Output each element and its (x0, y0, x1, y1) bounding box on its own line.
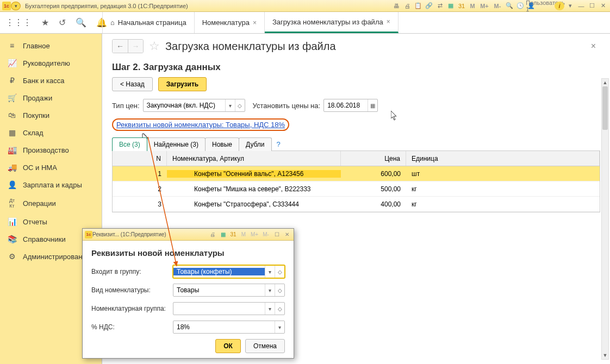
close-page-button[interactable]: × (591, 41, 600, 51)
close-button[interactable]: ✕ (283, 231, 291, 239)
history-icon[interactable]: ↺ (59, 17, 66, 28)
tab-found[interactable]: Найденные (3) (147, 137, 206, 151)
table-row[interactable]: 2 Конфеты "Мишка на севере", В222333 500… (113, 181, 600, 197)
table-row[interactable]: 1 Конфеты "Осенний вальс", А123456 600,0… (113, 166, 600, 181)
cell-name: Конфеты "Мишка на севере", В222333 (167, 185, 341, 193)
sidebar-item-warehouse[interactable]: ▦Склад (0, 124, 102, 141)
tab-duplicates[interactable]: Дубли (239, 137, 272, 151)
ok-button[interactable]: ОК (215, 339, 241, 353)
nomgroup-input[interactable] (173, 305, 265, 312)
dropdown-icon[interactable]: ▾ (225, 99, 235, 111)
requisites-link[interactable]: Реквизиты новой номенклатуры: Товары, НД… (112, 118, 289, 131)
mem-mplus-icon[interactable]: M+ (250, 231, 259, 239)
dropdown-icon[interactable]: ▾ (565, 2, 575, 10)
vat-input[interactable] (173, 323, 275, 331)
open-icon[interactable]: ◇ (235, 99, 245, 111)
compare-icon[interactable]: ⇄ (435, 2, 445, 10)
close-icon[interactable]: × (253, 19, 257, 27)
scroll-thumb[interactable] (602, 86, 608, 130)
cell-unit: шт (406, 170, 600, 178)
sidebar-item-assets[interactable]: 🚚ОС и НМА (0, 159, 102, 176)
grid-icon: ▦ (8, 128, 16, 137)
search-icon[interactable]: 🔍 (76, 17, 86, 28)
clock-icon[interactable]: 🕓 (515, 2, 525, 10)
dropdown-icon[interactable]: ▾ (265, 303, 275, 315)
sidebar-item-main[interactable]: ≡Главное (0, 37, 102, 54)
sidebar-item-bank[interactable]: ₽Банк и касса (0, 72, 102, 89)
favorite-star-icon[interactable]: ★ (41, 17, 49, 28)
bars-icon: 📊 (8, 217, 16, 226)
main-title-bar: 1c ▾ Бухгалтерия предприятия, редакция 3… (0, 0, 610, 12)
clipboard-icon[interactable]: 📋 (413, 2, 423, 10)
vertical-scrollbar[interactable]: ▲ ▼ (601, 78, 609, 360)
load-button[interactable]: Загрузить (158, 77, 207, 91)
app-logo-icon: 1c (2, 2, 11, 10)
close-icon[interactable]: × (387, 18, 390, 26)
print-icon[interactable]: 🖨 (402, 2, 412, 10)
nav-back-button[interactable]: ← (113, 40, 128, 53)
close-button[interactable]: ✕ (598, 2, 608, 10)
maximize-button[interactable]: ☐ (272, 231, 281, 239)
mem-m-icon[interactable]: M (239, 231, 248, 239)
calc-icon[interactable]: ▦ (446, 2, 456, 10)
tab-nomenclature[interactable]: Номенклатура × (195, 12, 265, 33)
date-combo[interactable]: ▦ (323, 99, 378, 112)
tab-load-nomenclature[interactable]: Загрузка номенклатуры из файла × (265, 12, 399, 33)
price-type-row: Тип цен: ▾ ◇ Установить цены на: ▦ (112, 99, 600, 112)
sidebar-item-operations[interactable]: ДтКтОперации (0, 193, 102, 213)
nav-forward-button[interactable]: → (128, 40, 143, 53)
field-nomgroup-row: Номенклатурная группа: ▾ ◇ (91, 302, 285, 315)
calc-icon[interactable]: ▦ (219, 231, 227, 239)
price-type-input[interactable] (144, 102, 225, 109)
table-tabs-row: Все (3) Найденные (3) Новые Дубли ? (112, 137, 600, 151)
favorite-star-icon[interactable]: ☆ (149, 39, 160, 53)
dropdown-icon[interactable]: ▾ (265, 284, 275, 296)
type-combo[interactable]: ▾ ◇ (173, 284, 285, 297)
print-icon[interactable]: 🖨 (208, 231, 217, 239)
help-icon[interactable]: ? (277, 140, 281, 148)
cancel-button[interactable]: Отмена (245, 339, 285, 353)
factory-icon: 🏭 (8, 146, 16, 154)
open-icon[interactable]: ◇ (275, 303, 284, 315)
maximize-button[interactable]: ☐ (587, 2, 597, 10)
minimize-button[interactable]: — (576, 2, 586, 10)
date-input[interactable] (324, 102, 368, 109)
table-row[interactable]: 3 Конфеты "Стратосфера", С333444 400,00 … (113, 197, 600, 212)
sidebar-item-manager[interactable]: 📈Руководителю (0, 54, 102, 72)
sidebar-item-hr[interactable]: 👤Зарплата и кадры (0, 176, 102, 193)
tab-new[interactable]: Новые (205, 137, 239, 151)
dropdown-icon[interactable]: ▾ (265, 266, 275, 278)
group-combo[interactable]: ▾ ◇ (173, 265, 285, 278)
info-icon[interactable]: i (555, 2, 564, 10)
calendar-icon[interactable]: 31 (457, 2, 466, 10)
zoom-icon[interactable]: 🔍 (505, 2, 514, 10)
open-icon[interactable]: ◇ (275, 284, 284, 296)
nomgroup-combo[interactable]: ▾ ◇ (173, 302, 285, 315)
sidebar-item-sales[interactable]: 🛒Продажи (0, 89, 102, 106)
back-button[interactable]: < Назад (112, 77, 153, 91)
scroll-down-icon[interactable]: ▼ (602, 352, 608, 359)
group-input[interactable] (173, 268, 265, 275)
vat-combo[interactable]: ▾ (173, 321, 285, 334)
th-n: N (113, 151, 167, 166)
mem-mminus-icon[interactable]: M- (261, 231, 271, 239)
sidebar-item-purchases[interactable]: 🛍Покупки (0, 106, 102, 124)
tab-all[interactable]: Все (3) (112, 137, 147, 151)
apps-grid-icon[interactable]: ⋮⋮⋮ (5, 17, 32, 28)
tab-home[interactable]: ⌂ Начальная страница (102, 12, 195, 33)
calendar-picker-icon[interactable]: ▦ (368, 99, 377, 111)
mem-mminus-icon[interactable]: M- (491, 2, 503, 10)
open-icon[interactable]: ◇ (275, 266, 284, 278)
app-menu-dropdown[interactable]: ▾ (11, 2, 21, 10)
mem-mplus-icon[interactable]: M+ (478, 2, 490, 10)
type-input[interactable] (173, 286, 265, 294)
sidebar-item-production[interactable]: 🏭Производство (0, 141, 102, 159)
calendar-icon[interactable]: 31 (229, 231, 238, 239)
dropdown-icon[interactable]: ▾ (275, 321, 284, 333)
mem-m-icon[interactable]: M (468, 2, 477, 10)
menu-icon: ≡ (8, 41, 16, 50)
link-icon[interactable]: 🔗 (424, 2, 434, 10)
print-preview-icon[interactable]: 🖶 (391, 2, 401, 10)
scroll-up-icon[interactable]: ▲ (602, 79, 608, 86)
price-type-combo[interactable]: ▾ ◇ (143, 99, 245, 112)
